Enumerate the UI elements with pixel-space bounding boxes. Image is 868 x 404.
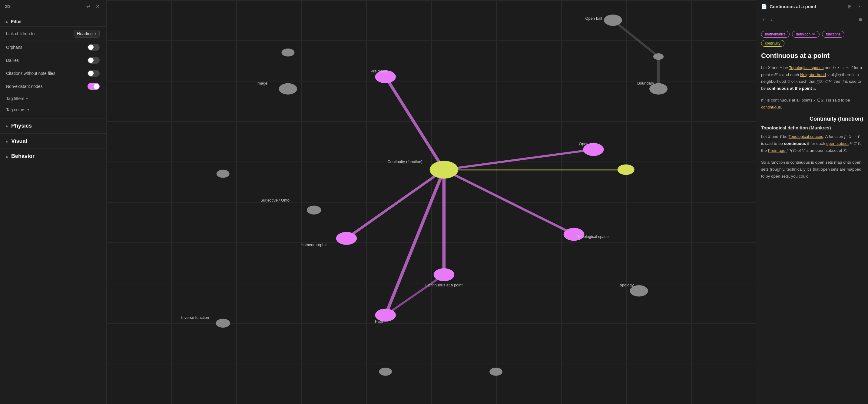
eye-icon: 👁: [812, 32, 816, 36]
tag-filters-label: Tag filters: [6, 96, 24, 101]
section-2-body: Let X and Y be Topological spaces. A fun…: [761, 133, 863, 154]
link-children-row: Link children to Heading ▾: [0, 26, 106, 40]
link-continuous[interactable]: continuous: [761, 105, 781, 109]
right-panel-title: Continuous at a point: [770, 4, 816, 9]
orphans-toggle[interactable]: [88, 44, 100, 51]
svg-point-16: [375, 309, 396, 322]
svg-point-11: [430, 161, 458, 179]
visual-chevron-icon: ▲: [5, 139, 9, 143]
svg-point-18: [604, 15, 622, 26]
svg-point-13: [375, 70, 396, 83]
more-options-button[interactable]: ⋯: [856, 3, 863, 10]
filter-label: Filter: [11, 19, 22, 24]
filter-section-header[interactable]: ▲ Filter: [0, 17, 106, 26]
physics-section: ▲ Physics: [0, 118, 106, 134]
svg-point-20: [279, 83, 297, 94]
svg-point-29: [618, 165, 634, 175]
non-existant-row: Non-existant nodes: [0, 80, 106, 93]
link-children-dropdown[interactable]: Heading ▾: [73, 30, 100, 37]
svg-point-28: [489, 368, 502, 376]
link-neighborhood[interactable]: Neighborhood: [800, 73, 826, 77]
visual-section: ▲ Visual: [0, 134, 106, 149]
non-existant-toggle[interactable]: [88, 83, 100, 90]
behavior-chevron-icon: ▲: [5, 154, 9, 158]
right-panel-content: mathematics definition 👁 functions conti…: [756, 26, 868, 404]
svg-point-19: [649, 83, 668, 94]
undo-button[interactable]: ↩: [85, 3, 91, 10]
tag-colors-row[interactable]: Tag colors ▾: [0, 104, 106, 115]
section-2-title: Continuity (function): [810, 116, 863, 122]
non-existant-label: Non-existant nodes: [6, 84, 43, 89]
content-body-2: If f is continuous at all points x ∈ X, …: [761, 97, 863, 111]
tag-list: mathematics definition 👁 functions conti…: [761, 31, 863, 47]
link-topological-spaces[interactable]: Topological spaces: [789, 65, 824, 70]
panel-title: 2D: [5, 4, 10, 9]
svg-point-24: [281, 49, 294, 57]
visual-label: Visual: [11, 138, 27, 144]
nav-back-button[interactable]: ‹: [761, 16, 767, 23]
dropdown-arrow-icon: ▾: [94, 31, 96, 36]
tag-colors-label: Tag colors: [6, 107, 26, 112]
dailies-toggle[interactable]: [88, 57, 100, 64]
tag-filters-caret-icon: ▾: [26, 96, 28, 100]
panel-icons: ↩ ✕: [85, 3, 101, 10]
outline-button[interactable]: ≡: [858, 16, 863, 23]
section-2-subheading: Topological definition (Munkres): [761, 125, 863, 130]
citations-row: Citations without note files: [0, 67, 106, 80]
right-header-left: 📄 Continuous at a point: [761, 4, 816, 9]
physics-chevron-icon: ▲: [5, 124, 9, 128]
right-panel: 📄 Continuous at a point ⊞ ⋯ ‹ › ≡ mathem…: [756, 0, 868, 404]
orphans-row: Orphans: [0, 40, 106, 54]
graph-area[interactable]: Continuity (function) Continuous at a po…: [106, 0, 756, 404]
right-nav: ‹ › ≡: [756, 13, 868, 26]
svg-point-26: [653, 53, 663, 60]
physics-section-header[interactable]: ▲ Physics: [0, 118, 106, 133]
tag-filters-row[interactable]: Tag filters ▾: [0, 93, 106, 104]
svg-point-12: [434, 268, 455, 281]
tag-definition-label: definition: [796, 32, 810, 36]
panel-header: 2D ↩ ✕: [0, 0, 106, 13]
svg-point-23: [630, 285, 648, 296]
right-panel-header: 📄 Continuous at a point ⊞ ⋯: [756, 0, 868, 13]
tag-mathematics[interactable]: mathematics: [761, 31, 789, 37]
link-preimage[interactable]: Preimage: [768, 148, 786, 153]
dailies-label: Dailies: [6, 58, 19, 63]
link-topological-spaces-2[interactable]: Topological spaces: [789, 134, 823, 139]
graph-svg: [106, 0, 756, 404]
link-children-value: Heading: [77, 31, 93, 36]
svg-point-17: [583, 143, 604, 156]
close-button[interactable]: ✕: [94, 3, 101, 10]
link-children-label: Link children to: [6, 31, 34, 36]
behavior-section-header[interactable]: ▲ Behavior: [0, 149, 106, 164]
svg-point-14: [564, 228, 585, 241]
svg-point-25: [217, 170, 229, 178]
citations-label: Citations without note files: [6, 71, 55, 76]
divider-line: [761, 119, 806, 119]
behavior-section: ▲ Behavior: [0, 149, 106, 164]
tag-definition[interactable]: definition 👁: [792, 31, 819, 37]
dailies-row: Dailies: [0, 54, 106, 67]
visual-section-header[interactable]: ▲ Visual: [0, 134, 106, 148]
document-icon: 📄: [761, 4, 767, 9]
left-panel: 2D ↩ ✕ ▲ Filter Link children to Heading…: [0, 0, 106, 404]
behavior-label: Behavior: [11, 153, 34, 160]
section-2-body-2: So a function is continuous is open sets…: [761, 159, 863, 180]
tag-functions[interactable]: functions: [822, 31, 844, 37]
citations-toggle[interactable]: [88, 70, 100, 77]
orphans-label: Orphans: [6, 45, 23, 50]
tag-colors-caret-icon: ▾: [27, 108, 29, 112]
link-open-subset[interactable]: open subset: [826, 141, 848, 146]
layout-toggle-button[interactable]: ⊞: [846, 3, 853, 10]
filter-chevron-icon: ▲: [5, 20, 8, 24]
tag-continuity[interactable]: continuity: [761, 40, 784, 47]
content-body-1: Let X and Y be Topological spaces and f …: [761, 64, 863, 92]
svg-point-27: [379, 368, 392, 376]
svg-point-21: [307, 205, 321, 214]
svg-point-22: [216, 319, 230, 328]
svg-point-15: [336, 232, 357, 245]
section-2-header: Continuity (function): [761, 116, 863, 122]
content-main-heading: Continuous at a point: [761, 52, 863, 60]
nav-forward-button[interactable]: ›: [769, 16, 774, 23]
physics-label: Physics: [11, 123, 32, 129]
filter-section: ▲ Filter Link children to Heading ▾ Orph…: [0, 13, 106, 118]
